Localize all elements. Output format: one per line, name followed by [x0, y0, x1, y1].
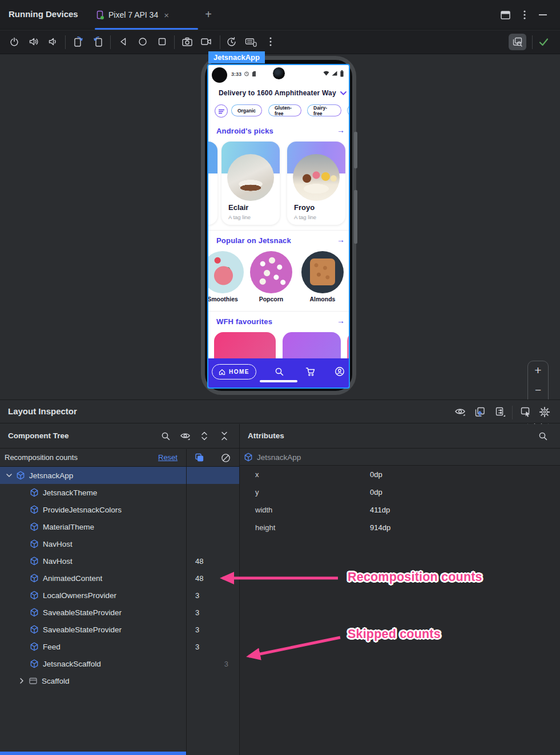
toolbar-more-icon[interactable] [265, 36, 276, 47]
screen-record-icon[interactable] [200, 36, 212, 47]
hide-counts-ban-icon[interactable] [220, 453, 231, 463]
status-alarm-icon [244, 71, 249, 76]
tree-settings-icon[interactable] [494, 406, 507, 418]
delivery-chevron-down-icon[interactable] [340, 91, 347, 95]
snack-card-eclair[interactable]: Eclair A tag line [221, 142, 280, 225]
minimize-icon[interactable] [537, 9, 549, 21]
toolbar-separator [65, 35, 66, 49]
tab-pixel-7-api-34[interactable]: Pixel 7 API 34 × [95, 0, 199, 30]
window-mode-icon[interactable] [499, 9, 511, 21]
panel-headers: Component Tree Attributes [0, 424, 560, 449]
reset-counts-link[interactable]: Reset [158, 453, 178, 462]
tree-row[interactable]: LocalOwnersProvider 3 [0, 587, 239, 604]
volume-down-icon[interactable] [46, 36, 58, 47]
phone-power-button[interactable] [354, 190, 357, 244]
filter-chip[interactable]: Gluten-free [268, 104, 301, 116]
snack-card-partial[interactable] [207, 142, 217, 225]
attribute-row[interactable]: y 0dp [240, 483, 560, 501]
section-title-picks: Android's picks [216, 127, 273, 135]
panel-divider[interactable] [239, 424, 240, 755]
tree-row[interactable]: NavHost [0, 535, 239, 552]
reset-snapshot-icon[interactable] [225, 36, 237, 47]
filter-chip[interactable]: Organic [231, 104, 262, 116]
power-button-icon[interactable] [9, 36, 20, 47]
select-component-icon[interactable] [519, 406, 532, 418]
nav-search-icon[interactable] [275, 367, 284, 377]
status-sim-icon [252, 71, 256, 77]
recomposition-count: 48 [195, 574, 203, 583]
collapse-all-icon[interactable] [219, 430, 230, 442]
recomposition-counts-label: Recomposition counts [5, 453, 78, 462]
filter-chip[interactable]: Dairy-free [307, 104, 341, 116]
popular-item-popcorn[interactable] [250, 251, 292, 293]
layout-inspector-toggle-button[interactable] [509, 34, 526, 50]
toolbar-separator [512, 406, 513, 419]
attributes-title: Attributes [248, 431, 284, 440]
section-arrow-icon[interactable]: → [337, 235, 345, 244]
tree-row[interactable]: ProvideJetsnackColors [0, 501, 239, 518]
popular-item-almonds[interactable] [301, 251, 344, 293]
attribute-row[interactable]: x 0dp [240, 466, 560, 483]
rotate-right-icon[interactable] [92, 36, 104, 47]
phone-volume-button[interactable] [354, 132, 357, 168]
volume-up-icon[interactable] [28, 36, 39, 47]
tree-row[interactable]: AnimatedContent 48 [0, 570, 239, 587]
tree-visibility-eye-icon[interactable] [179, 430, 191, 442]
popular-item-smoothies[interactable] [207, 251, 244, 293]
tree-horizontal-scrollbar[interactable] [0, 752, 186, 755]
tab-close-icon[interactable]: × [164, 10, 169, 20]
filter-chip-partial[interactable] [347, 104, 350, 116]
device-screen[interactable]: 3:33 Delivery to 1600 Amphitheater Way O… [207, 64, 350, 389]
recomposition-count: 3 [195, 591, 199, 600]
chevron-down-icon[interactable] [5, 471, 14, 480]
inspector-settings-gear-icon[interactable] [538, 406, 551, 418]
tree-row-jetsnackapp[interactable]: JetsnackApp [0, 467, 239, 484]
snack-card-froyo[interactable]: Froyo A tag line [287, 142, 345, 225]
expand-all-icon[interactable] [199, 430, 210, 442]
tree-row[interactable]: SaveableStateProvider 3 [0, 604, 239, 621]
add-tab-button[interactable]: + [202, 8, 215, 21]
show-recomposition-counts-icon[interactable] [194, 452, 205, 463]
tree-node-label: NavHost [43, 540, 72, 548]
nav-cart-icon[interactable] [305, 367, 316, 377]
zoom-out-button[interactable]: − [528, 384, 548, 397]
attributes-component-header: JetsnackApp [240, 449, 560, 466]
zoom-in-button[interactable]: + [528, 364, 548, 377]
card-tagline: A tag line [228, 214, 251, 220]
nav-profile-icon[interactable] [335, 366, 345, 377]
chevron-right-icon[interactable] [17, 676, 26, 685]
tree-row[interactable]: MaterialTheme [0, 518, 239, 535]
nav-home-button[interactable]: HOME [212, 364, 256, 379]
attributes-search-icon[interactable] [537, 430, 549, 442]
android-back-icon[interactable] [118, 36, 129, 47]
card-image [207, 142, 217, 173]
attribute-row[interactable]: width 411dp [240, 501, 560, 519]
attribute-row[interactable]: height 914dp [240, 519, 560, 536]
screenshot-camera-icon[interactable] [182, 36, 193, 47]
filter-icon[interactable] [215, 104, 228, 118]
tree-node-label: SaveableStateProvider [43, 625, 122, 634]
running-devices-window: Running Devices Pixel 7 API 34 × + [0, 0, 560, 755]
kebab-menu-icon[interactable] [519, 9, 530, 21]
attribute-value: 0dp [370, 470, 382, 479]
hardware-input-icon[interactable] [245, 36, 257, 47]
export-snapshot-icon[interactable] [474, 406, 486, 418]
tree-row[interactable]: Feed 3 [0, 638, 239, 655]
tree-node-label: NavHost [43, 557, 72, 566]
tree-row[interactable]: SaveableStateProvider 3 [0, 621, 239, 638]
tree-row[interactable]: JetsnackScaffold 3 [0, 655, 239, 672]
rotate-left-icon[interactable] [72, 36, 84, 47]
delivery-address-label[interactable]: Delivery to 1600 Amphitheater Way [219, 89, 336, 97]
view-options-eye-icon[interactable] [454, 406, 466, 418]
android-home-icon[interactable] [137, 36, 148, 47]
android-overview-icon[interactable] [156, 36, 168, 47]
composable-cube-icon [30, 556, 39, 566]
tree-search-icon[interactable] [160, 430, 171, 442]
tree-row[interactable]: JetsnackTheme [0, 484, 239, 501]
section-arrow-icon[interactable]: → [337, 126, 345, 135]
tree-row-scaffold[interactable]: Scaffold [0, 672, 239, 689]
section-arrow-icon[interactable]: → [337, 316, 345, 325]
gesture-bar[interactable] [260, 380, 297, 382]
tree-row[interactable]: NavHost 48 [0, 552, 239, 570]
popular-label: Popcorn [251, 296, 291, 302]
